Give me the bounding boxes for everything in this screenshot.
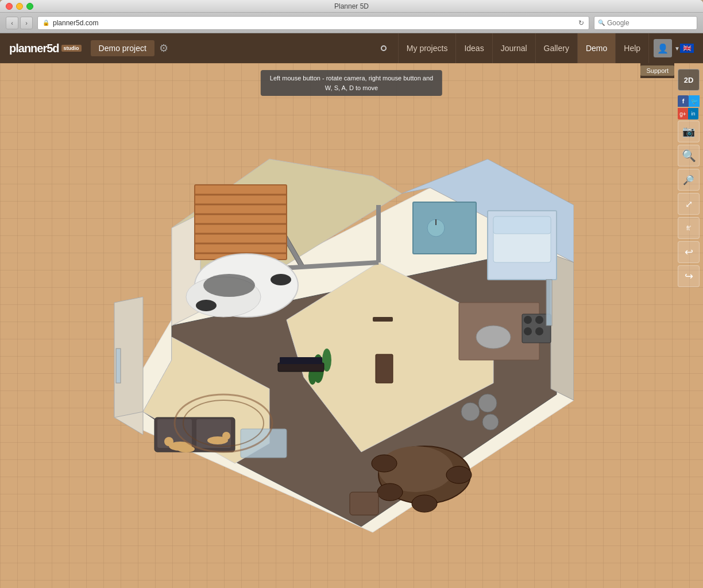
nav-dot: [381, 45, 387, 51]
nav-ideas[interactable]: Ideas: [456, 33, 492, 63]
back-button[interactable]: ‹: [6, 17, 18, 29]
app-container: planner5d studio Demo project ⚙ My proje…: [0, 33, 703, 588]
nav-user: 👤 ▼: [654, 39, 680, 57]
nav-journal[interactable]: Journal: [493, 33, 536, 63]
nav-gallery[interactable]: Gallery: [536, 33, 578, 63]
minimize-button[interactable]: [16, 3, 23, 10]
camera-tooltip: Left mouse button - rotate camera, right…: [261, 70, 442, 96]
browser-window: Planner 5D ‹ › 🔒 ↻ 🔍 planner5d studio De…: [0, 0, 703, 588]
viewport-container[interactable]: Support Left mouse button - rotate camer…: [0, 63, 703, 588]
window-title: Planner 5D: [334, 2, 369, 10]
svg-rect-31: [493, 216, 551, 234]
forward-button[interactable]: ›: [20, 17, 33, 29]
search-bar[interactable]: 🔍: [594, 16, 697, 30]
svg-point-55: [478, 394, 497, 412]
app-nav: planner5d studio Demo project ⚙ My proje…: [0, 33, 703, 63]
browser-toolbar: ‹ › 🔒 ↻ 🔍: [0, 13, 703, 33]
logo-text: planner5d: [9, 42, 59, 55]
svg-rect-65: [546, 280, 552, 326]
svg-point-36: [535, 316, 543, 324]
traffic-lights: [6, 3, 33, 10]
svg-rect-57: [350, 492, 378, 515]
reload-icon[interactable]: ↻: [578, 19, 584, 27]
svg-rect-67: [278, 363, 324, 372]
svg-rect-13: [195, 185, 287, 260]
user-avatar[interactable]: 👤: [654, 39, 672, 57]
svg-point-45: [177, 446, 195, 452]
linkedin-icon[interactable]: in: [688, 108, 698, 119]
svg-point-24: [196, 300, 217, 311]
svg-point-47: [222, 432, 230, 440]
right-sidebar: 2D f 🐦 g+ in 📷 🔍 🔎 ⤢ ft': [674, 63, 703, 588]
facebook-icon[interactable]: f: [678, 95, 689, 107]
svg-point-56: [482, 414, 499, 430]
lock-icon: 🔒: [43, 20, 49, 26]
svg-point-38: [535, 327, 543, 335]
svg-rect-66: [376, 354, 393, 383]
svg-point-33: [476, 326, 511, 349]
view-2d-button[interactable]: 2D: [678, 69, 700, 91]
fullscreen-button[interactable]: ⤢: [678, 193, 700, 215]
measure-button[interactable]: ft': [678, 217, 700, 239]
svg-rect-42: [241, 429, 287, 458]
nav-my-projects[interactable]: My projects: [398, 33, 457, 63]
support-button[interactable]: Support: [640, 65, 674, 76]
address-bar[interactable]: 🔒 ↻: [37, 16, 589, 30]
twitter-icon[interactable]: 🐦: [689, 95, 700, 107]
settings-icon[interactable]: ⚙: [159, 42, 168, 55]
redo-button[interactable]: ↪: [678, 265, 700, 287]
search-input[interactable]: [607, 19, 693, 27]
zoom-out-button[interactable]: 🔎: [678, 169, 700, 191]
app-logo: planner5d studio: [9, 42, 82, 55]
camera-icon[interactable]: 📷: [678, 121, 700, 142]
svg-rect-68: [280, 357, 322, 364]
language-flag[interactable]: 🇬🇧: [680, 44, 694, 53]
house-3d-view[interactable]: [57, 102, 574, 550]
user-chevron-icon: ▼: [674, 45, 680, 52]
svg-point-25: [271, 274, 291, 285]
svg-point-50: [372, 455, 397, 472]
svg-point-44: [164, 437, 173, 446]
browser-titlebar: Planner 5D: [0, 0, 703, 13]
nav-help[interactable]: Help: [616, 33, 649, 63]
url-input[interactable]: [53, 19, 575, 27]
social-icons: f 🐦 g+ in: [678, 95, 700, 119]
social-row-2: g+ in: [678, 108, 700, 119]
zoom-in-button[interactable]: 🔍: [678, 145, 700, 167]
svg-point-37: [524, 327, 532, 335]
nav-links: My projects Ideas Journal Gallery Demo H…: [398, 33, 649, 63]
project-name[interactable]: Demo project: [91, 40, 154, 56]
close-button[interactable]: [6, 3, 13, 10]
search-icon: 🔍: [598, 20, 605, 26]
svg-point-23: [203, 274, 255, 297]
svg-rect-61: [373, 317, 393, 322]
google-plus-icon[interactable]: g+: [678, 108, 688, 119]
svg-rect-64: [116, 349, 121, 383]
svg-point-52: [412, 495, 437, 512]
undo-button[interactable]: ↩: [678, 241, 700, 263]
logo-badge: studio: [61, 45, 82, 52]
nav-buttons: ‹ ›: [6, 17, 33, 29]
svg-point-53: [446, 466, 472, 483]
maximize-button[interactable]: [26, 3, 33, 10]
nav-demo[interactable]: Demo: [578, 33, 616, 63]
svg-point-54: [461, 403, 480, 421]
svg-point-51: [377, 483, 403, 501]
svg-point-35: [524, 316, 532, 324]
